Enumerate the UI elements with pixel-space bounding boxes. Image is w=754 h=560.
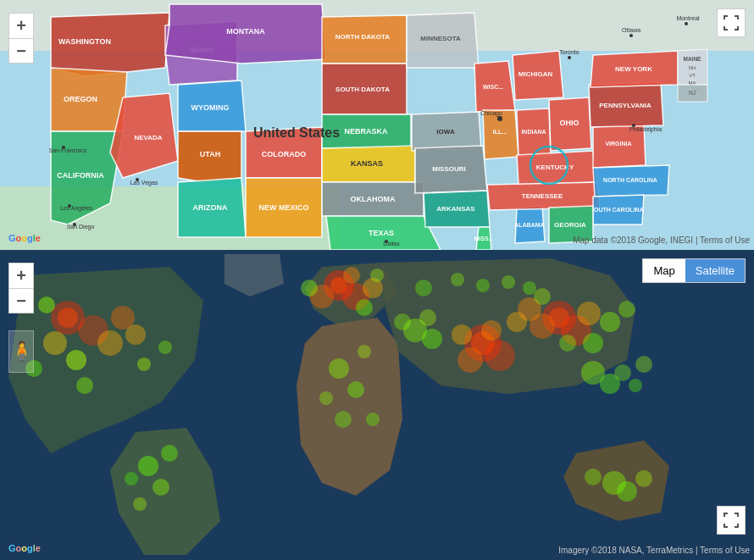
svg-text:Las Vegas: Las Vegas xyxy=(130,180,158,186)
svg-text:VIRGINIA: VIRGINIA xyxy=(605,141,631,147)
svg-text:ARIZONA: ARIZONA xyxy=(193,203,228,212)
svg-point-162 xyxy=(507,312,527,332)
pegman-button[interactable]: 🧍 xyxy=(8,330,34,373)
map-footer-top: Map data ©2018 Google, INEGI | Terms of … xyxy=(573,236,750,245)
svg-point-181 xyxy=(502,275,515,289)
svg-point-129 xyxy=(133,497,147,511)
map-type-map-button[interactable]: Map xyxy=(643,259,685,282)
svg-point-168 xyxy=(394,313,411,330)
map-type-satellite-button[interactable]: Satellite xyxy=(685,259,745,282)
fullscreen-bottom-button[interactable] xyxy=(717,506,746,535)
svg-text:NEVADA: NEVADA xyxy=(134,134,162,141)
svg-text:Philadelphia: Philadelphia xyxy=(629,126,662,133)
svg-point-138 xyxy=(301,280,318,297)
svg-point-144 xyxy=(319,391,333,405)
svg-text:WASHINGTON: WASHINGTON xyxy=(58,37,111,46)
svg-text:WISC...: WISC... xyxy=(483,84,503,90)
svg-point-182 xyxy=(523,281,536,295)
svg-point-152 xyxy=(481,320,502,341)
svg-text:KANSAS: KANSAS xyxy=(351,159,383,168)
svg-text:NORTH DAKOTA: NORTH DAKOTA xyxy=(335,33,391,41)
svg-text:NEW YORK: NEW YORK xyxy=(615,65,652,73)
svg-text:OHIO: OHIO xyxy=(559,119,579,127)
svg-point-157 xyxy=(577,302,601,325)
svg-point-98 xyxy=(568,56,571,59)
svg-text:ALABAMA: ALABAMA xyxy=(514,222,544,228)
svg-text:Los Angeles: Los Angeles xyxy=(60,205,93,212)
svg-point-120 xyxy=(38,297,55,313)
svg-point-137 xyxy=(343,267,360,284)
svg-text:Toronto: Toronto xyxy=(559,49,579,55)
svg-point-149 xyxy=(485,341,515,371)
zoom-out-top-button[interactable]: − xyxy=(8,38,34,64)
zoom-in-top-button[interactable]: + xyxy=(8,13,34,38)
bottom-map: + − 🧍 Map Satellite Google Imager xyxy=(0,250,754,560)
svg-text:SOUTH DAKOTA: SOUTH DAKOTA xyxy=(335,86,390,93)
google-logo-bottom: Google xyxy=(8,543,41,553)
svg-point-179 xyxy=(451,273,464,286)
svg-text:NEW MEXICO: NEW MEXICO xyxy=(258,203,308,212)
svg-text:Ottawa: Ottawa xyxy=(622,27,640,33)
svg-text:MICHIGAN: MICHIGAN xyxy=(518,70,553,78)
svg-point-172 xyxy=(635,356,652,373)
google-logo-top: Google xyxy=(8,233,41,243)
svg-text:TEXAS: TEXAS xyxy=(369,229,394,237)
svg-text:Chicago: Chicago xyxy=(480,110,502,117)
svg-text:NH: NH xyxy=(689,65,696,70)
svg-text:UTAH: UTAH xyxy=(200,150,220,158)
svg-point-14 xyxy=(136,178,139,181)
svg-point-158 xyxy=(600,312,620,332)
svg-text:PENNSYLVANIA: PENNSYLVANIA xyxy=(599,102,651,109)
fullscreen-top-button[interactable] xyxy=(717,8,746,37)
svg-text:Montreal: Montreal xyxy=(676,15,700,21)
svg-point-177 xyxy=(635,470,652,487)
svg-point-102 xyxy=(685,22,688,25)
svg-point-122 xyxy=(125,324,146,345)
svg-text:GEORGIA: GEORGIA xyxy=(554,221,586,229)
svg-point-131 xyxy=(125,472,138,485)
svg-point-115 xyxy=(58,308,78,328)
svg-point-46 xyxy=(385,240,388,243)
svg-point-12 xyxy=(62,146,65,149)
svg-text:San Diego: San Diego xyxy=(67,224,95,230)
svg-point-141 xyxy=(329,358,349,379)
svg-text:TENNESSEE: TENNESSEE xyxy=(522,192,563,200)
svg-point-176 xyxy=(585,469,602,485)
pegman-icon: 🧍 xyxy=(10,341,33,363)
fullscreen-icon-bottom xyxy=(724,513,739,528)
svg-text:NJ: NJ xyxy=(689,90,696,96)
svg-point-142 xyxy=(347,381,364,398)
svg-point-18 xyxy=(73,223,76,226)
fullscreen-icon-top xyxy=(724,15,739,30)
svg-text:VT: VT xyxy=(689,73,696,78)
svg-point-94 xyxy=(497,116,502,121)
svg-text:OKLAHOMA: OKLAHOMA xyxy=(351,195,396,203)
svg-point-130 xyxy=(161,445,178,462)
svg-text:NORTH CAROLINA: NORTH CAROLINA xyxy=(603,177,657,183)
svg-point-166 xyxy=(422,329,442,349)
svg-point-123 xyxy=(76,377,93,394)
svg-text:MINNESOTA: MINNESOTA xyxy=(420,35,461,42)
zoom-controls-bottom: + − xyxy=(8,263,34,313)
svg-text:ARKANSAS: ARKANSAS xyxy=(436,205,475,213)
svg-point-175 xyxy=(617,481,637,502)
svg-point-126 xyxy=(158,341,172,354)
svg-point-159 xyxy=(583,333,603,353)
svg-text:ILL...: ILL... xyxy=(493,129,507,135)
zoom-in-bottom-button[interactable]: + xyxy=(8,263,34,288)
zoom-out-bottom-button[interactable]: − xyxy=(8,288,34,313)
top-map: WASHINGTON OREGON CALIFORNIA NEVADA San … xyxy=(0,0,754,250)
svg-point-143 xyxy=(335,411,352,428)
map-data-attribution-bottom: Imagery ©2018 NASA, TerraMetrics | Terms… xyxy=(558,546,750,555)
svg-point-164 xyxy=(559,335,576,352)
svg-point-160 xyxy=(618,301,635,318)
svg-point-145 xyxy=(358,345,371,358)
svg-text:MISS...: MISS... xyxy=(474,236,494,241)
svg-point-124 xyxy=(137,358,151,371)
svg-text:IOWA: IOWA xyxy=(436,128,455,136)
svg-text:MISSOURI: MISSOURI xyxy=(432,165,466,173)
svg-point-100 xyxy=(629,34,633,37)
svg-text:WYOMING: WYOMING xyxy=(191,103,230,112)
svg-text:MONTANA: MONTANA xyxy=(226,27,265,36)
svg-point-139 xyxy=(370,269,384,282)
